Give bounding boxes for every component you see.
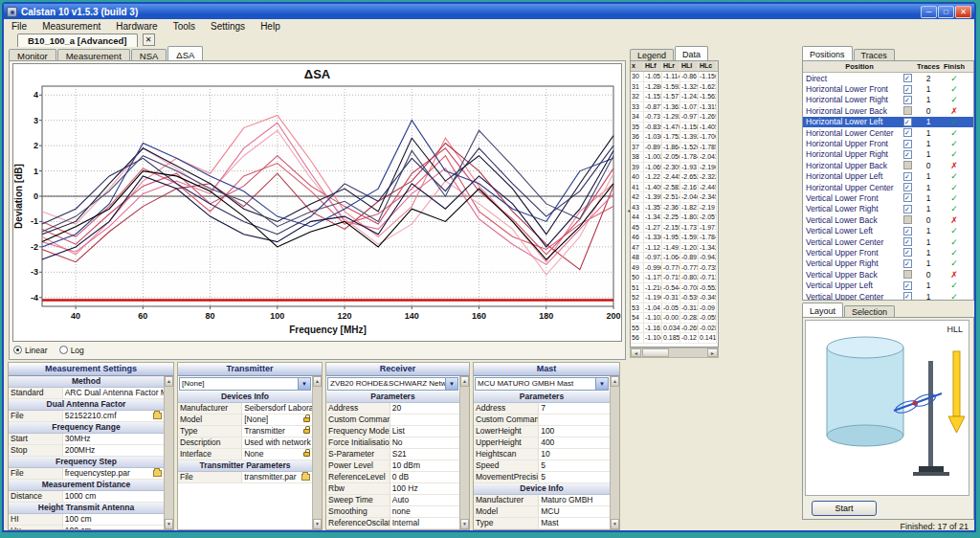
- folder-icon[interactable]: [153, 470, 162, 477]
- menu-tools[interactable]: Tools: [166, 21, 203, 32]
- position-row-vertical-lower-left[interactable]: Vertical Lower Left✓1✓: [803, 225, 973, 235]
- position-row-vertical-lower-front[interactable]: Vertical Lower Front✓1✓: [803, 192, 973, 203]
- property-row-standard[interactable]: StandardARC Dual Antenna Factor Method: [9, 388, 164, 399]
- data-row[interactable]: 41-1.409-2.583-2.167-2.445-1: [631, 183, 718, 193]
- property-row-model[interactable]: Model[None]: [178, 415, 312, 426]
- position-row-vertical-upper-right[interactable]: Vertical Upper Right✓1✓: [803, 258, 973, 269]
- data-row[interactable]: 38-1.002-2.056-1.784-2.043-1: [631, 152, 718, 163]
- property-row-manufacturer[interactable]: ManufacturerSeibersdorf Laboratories: [178, 403, 312, 415]
- property-row-speed[interactable]: Speed5: [474, 460, 610, 472]
- position-row-vertical-upper-center[interactable]: Vertical Upper Center✓1✓: [803, 291, 973, 301]
- data-row[interactable]: 32-1.153-1.577-1.242-1.563-1: [631, 92, 718, 102]
- checked-checkbox[interactable]: ✓: [903, 248, 912, 257]
- property-row-file[interactable]: Filetransmitter.par: [178, 472, 312, 483]
- property-row-power-level[interactable]: Power Level10 dBm: [326, 460, 459, 472]
- column-header-h[interactable]: H: [717, 61, 719, 71]
- title-bar[interactable]: Calstan 10 v1.5.3 (build 3) ─ □ ✕: [4, 4, 974, 19]
- data-row[interactable]: 30-1.051-1.114-0.86-1.156-1: [631, 72, 718, 82]
- unchecked-checkbox[interactable]: [903, 215, 912, 224]
- data-row[interactable]: 49-0.996-0.776-0.775-0.735-1: [631, 263, 718, 274]
- column-header-position[interactable]: Position: [803, 61, 916, 72]
- chevron-down-icon[interactable]: ▼: [445, 378, 457, 390]
- property-row-type[interactable]: TypeTransmitter: [178, 426, 312, 437]
- data-row[interactable]: 48-0.972-1.064-0.891-0.942-1: [631, 253, 718, 263]
- scroll-thumb[interactable]: [642, 348, 669, 357]
- data-row[interactable]: 43-1.357-2.367-1.821-2.19-1: [631, 203, 718, 213]
- property-row-s-parameter[interactable]: S-ParameterS21: [326, 449, 459, 460]
- document-tab-close-icon[interactable]: ✕: [143, 34, 155, 46]
- checked-checkbox[interactable]: ✓: [903, 281, 912, 290]
- property-row-address[interactable]: Address7: [474, 403, 610, 415]
- data-row[interactable]: 46-1.336-1.951-1.593-1.784-1: [631, 233, 718, 243]
- position-row-horizontal-upper-front[interactable]: Horizontal Upper Front✓1✓: [803, 138, 973, 148]
- folder-icon[interactable]: [301, 474, 310, 481]
- data-row[interactable]: 31-1.286-1.592-1.329-1.623-1: [631, 82, 718, 93]
- property-row-model[interactable]: ModelMCU: [474, 506, 610, 518]
- position-row-vertical-lower-right[interactable]: Vertical Lower Right✓1✓: [803, 204, 973, 214]
- document-tab[interactable]: B10_100_a [Advanced]: [17, 34, 138, 47]
- data-row[interactable]: 40-1.22-2.445-2.652-2.322-1: [631, 172, 718, 183]
- position-row-vertical-lower-back[interactable]: Vertical Lower Back0✗: [803, 214, 973, 225]
- tab-positions[interactable]: Positions: [802, 46, 853, 60]
- property-row-type[interactable]: TypeMast: [474, 518, 610, 529]
- checked-checkbox[interactable]: ✓: [903, 118, 912, 126]
- checked-checkbox[interactable]: ✓: [903, 292, 912, 301]
- radio-linear[interactable]: Linear: [13, 346, 48, 355]
- data-row[interactable]: 55-1.1610.034-0.265-0.028-1: [631, 324, 718, 334]
- position-row-horizontal-lower-right[interactable]: Horizontal Lower Right✓1✓: [803, 95, 973, 105]
- property-row-file[interactable]: Filefrequencystep.par: [9, 468, 164, 480]
- vertical-scrollbar[interactable]: [164, 376, 173, 529]
- data-row[interactable]: 34-0.73-1.292-0.977-1.269-0: [631, 112, 718, 123]
- chevron-down-icon[interactable]: ▼: [595, 378, 608, 390]
- property-row-interface[interactable]: InterfaceNone: [178, 449, 312, 460]
- tab-legend[interactable]: Legend: [630, 49, 674, 60]
- position-row-horizontal-lower-back[interactable]: Horizontal Lower Back0✗: [803, 105, 973, 116]
- checked-checkbox[interactable]: ✓: [903, 96, 912, 104]
- vertical-scrollbar[interactable]: [459, 376, 469, 529]
- column-header-traces[interactable]: Traces: [916, 61, 941, 72]
- position-row-horizontal-lower-center[interactable]: Horizontal Lower Center✓1✓: [803, 127, 973, 138]
- column-header-hll[interactable]: HLl: [680, 61, 699, 71]
- device-dropdown[interactable]: MCU MATURO GMBH Mast▼: [475, 377, 609, 391]
- menu-hardware[interactable]: Hardware: [108, 21, 165, 32]
- property-row-file[interactable]: File52152210.cmf: [9, 411, 164, 422]
- data-row[interactable]: 47-1.12-1.491-1.203-1.342-1: [631, 243, 718, 254]
- property-row-frequency-mode[interactable]: Frequency ModeList: [326, 426, 459, 437]
- data-row[interactable]: 39-1.069-2.309-1.93-2.196-1: [631, 163, 718, 173]
- start-button[interactable]: Start: [812, 501, 877, 516]
- checked-checkbox[interactable]: ✓: [903, 259, 912, 268]
- property-row-heightscan[interactable]: Heightscan10: [474, 449, 610, 460]
- property-row-custom-command[interactable]: Custom Command: [326, 415, 459, 426]
- position-row-horizontal-upper-center[interactable]: Horizontal Upper Center✓1✓: [803, 182, 973, 192]
- checked-checkbox[interactable]: ✓: [903, 183, 912, 191]
- property-row-sweep-time[interactable]: Sweep TimeAuto: [326, 495, 459, 506]
- checked-checkbox[interactable]: ✓: [903, 140, 912, 148]
- vertical-scrollbar[interactable]: [610, 376, 619, 529]
- checked-checkbox[interactable]: ✓: [903, 172, 912, 181]
- radio-log[interactable]: Log: [59, 346, 84, 355]
- column-header-hlc[interactable]: HLc: [699, 61, 717, 71]
- checked-checkbox[interactable]: ✓: [903, 85, 912, 94]
- property-row-referenceoscilator[interactable]: ReferenceOscilatorInternal: [326, 518, 459, 529]
- position-row-horizontal-upper-right[interactable]: Horizontal Upper Right✓1✓: [803, 149, 973, 160]
- scroll-left-icon[interactable]: ◄: [631, 348, 641, 357]
- data-row[interactable]: 51-1.216-0.544-0.708-0.552-1: [631, 283, 718, 294]
- data-row[interactable]: 44-1.341-2.25-1.802-2.057-1: [631, 213, 718, 223]
- menu-settings[interactable]: Settings: [203, 21, 253, 32]
- unchecked-checkbox[interactable]: [903, 161, 912, 169]
- data-row[interactable]: 42-1.395-2.514-2.046-2.345-1: [631, 192, 718, 203]
- menu-file[interactable]: File: [4, 21, 34, 32]
- data-row[interactable]: 45-1.27-2.155-1.737-1.971-1: [631, 223, 718, 234]
- property-row-hu[interactable]: Hu100 cm: [9, 526, 164, 529]
- data-row[interactable]: 36-1.036-1.752-1.392-1.706-1: [631, 132, 718, 143]
- data-row[interactable]: 54-1.102-0.001-0.283-0.055-1: [631, 313, 718, 324]
- data-table-hscrollbar[interactable]: ◄ ►: [630, 347, 719, 358]
- column-header-x[interactable]: x: [631, 61, 644, 71]
- device-dropdown[interactable]: ZVB20 ROHDE&SCHWARZ NetworkAnalyz▼: [327, 377, 458, 391]
- position-row-horizontal-lower-front[interactable]: Horizontal Lower Front✓1✓: [803, 83, 973, 94]
- property-row-address[interactable]: Address20: [326, 403, 459, 415]
- column-header-finish[interactable]: Finish: [941, 61, 968, 72]
- data-row[interactable]: 53-1.04-0.05-0.313-0.09-1: [631, 303, 718, 314]
- folder-icon[interactable]: [153, 413, 162, 419]
- property-row-distance[interactable]: Distance1000 cm: [9, 491, 164, 503]
